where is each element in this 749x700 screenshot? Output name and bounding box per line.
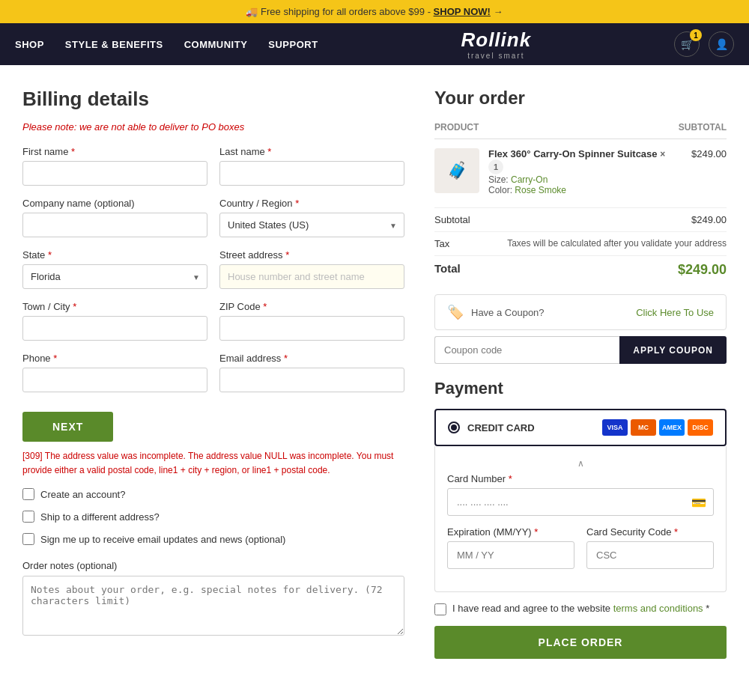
csc-input[interactable] xyxy=(586,541,714,569)
total-value: $249.00 xyxy=(678,262,727,278)
phone-label: Phone * xyxy=(22,353,207,364)
credit-card-label: CREDIT CARD xyxy=(467,422,535,433)
ship-different-label: Ship to a different address? xyxy=(40,511,160,523)
zip-group: ZIP Code * 00000 xyxy=(219,301,404,341)
state-street-row: State * Florida Street address * xyxy=(22,249,404,289)
place-order-button[interactable]: PLACE ORDER xyxy=(434,626,727,659)
zip-label: ZIP Code * xyxy=(219,301,404,312)
expiration-input[interactable] xyxy=(447,541,574,569)
town-input[interactable] xyxy=(22,316,207,341)
mastercard-icon: MC xyxy=(631,419,656,436)
create-account-checkbox[interactable] xyxy=(22,488,34,500)
town-label: Town / City * xyxy=(22,301,207,312)
state-label: State * xyxy=(22,249,207,261)
order-table-header: PRODUCT SUBTOTAL xyxy=(434,122,727,139)
company-country-row: Company name (optional) Country / Region… xyxy=(22,198,404,237)
order-notes-textarea[interactable] xyxy=(22,576,404,636)
terms-checkbox[interactable] xyxy=(434,603,446,615)
apply-coupon-button[interactable]: APPLY COUPON xyxy=(619,336,727,364)
coupon-input[interactable] xyxy=(434,336,619,364)
signup-email-checkbox[interactable] xyxy=(22,533,34,545)
ship-different-row: Ship to a different address? xyxy=(22,511,404,523)
phone-input[interactable]: +1(234)5678901 xyxy=(22,368,207,392)
visa-icon: VISA xyxy=(602,419,628,436)
coupon-box: 🏷️ Have a Coupon? Click Here To Use xyxy=(434,294,727,330)
card-number-input[interactable] xyxy=(447,488,714,516)
nav-community[interactable]: COMMUNITY xyxy=(184,39,248,50)
nav-shop[interactable]: SHOP xyxy=(15,39,44,50)
first-name-input[interactable] xyxy=(22,161,207,186)
nav-support[interactable]: SUPPORT xyxy=(268,39,318,50)
banner-arrow: → xyxy=(494,6,503,17)
terms-link[interactable]: terms and conditions xyxy=(613,603,703,614)
email-input[interactable] xyxy=(219,368,404,392)
card-extra-row: Expiration (MM/YY) * Card Security Code … xyxy=(447,526,714,579)
coupon-label: Have a Coupon? xyxy=(471,307,545,318)
order-section: Your order PRODUCT SUBTOTAL 🧳 Flex 360° … xyxy=(434,88,727,659)
total-row: Total $249.00 xyxy=(434,255,727,284)
subtotal-value: $249.00 xyxy=(691,214,727,225)
csc-label: Card Security Code * xyxy=(586,526,714,538)
street-input-wrapper xyxy=(219,264,404,289)
order-item: 🧳 Flex 360° Carry-On Spinner Suitcase × … xyxy=(434,148,727,195)
signup-email-row: Sign me up to receive email updates and … xyxy=(22,533,404,545)
zip-input[interactable]: 00000 xyxy=(219,316,404,341)
order-item-details: Flex 360° Carry-On Spinner Suitcase × 1 … xyxy=(488,148,682,195)
nav-actions: 🛒 1 👤 xyxy=(674,31,734,57)
shop-now-link[interactable]: SHOP NOW! xyxy=(434,6,491,17)
collapse-arrow: ∧ xyxy=(447,458,714,469)
credit-card-radio[interactable] xyxy=(448,421,460,433)
expiration-label: Expiration (MM/YY) * xyxy=(447,526,574,538)
name-row: First name * Last name * xyxy=(22,146,404,186)
first-name-label: First name * xyxy=(22,146,207,157)
order-item-image: 🧳 xyxy=(434,148,479,193)
company-input[interactable] xyxy=(22,213,207,237)
card-form: ∧ Card Number * 💳 Expiration (MM/YY) * C… xyxy=(434,446,727,592)
nav-logo-area: Rollink travel smart xyxy=(318,28,674,60)
create-account-label: Create an account? xyxy=(40,489,125,500)
nav-links: SHOP STYLE & BENEFITS COMMUNITY SUPPORT xyxy=(15,39,318,50)
state-select[interactable]: Florida xyxy=(22,264,207,289)
col-subtotal: SUBTOTAL xyxy=(679,122,727,133)
card-number-group: Card Number * 💳 xyxy=(447,473,714,516)
next-button[interactable]: NEXT xyxy=(22,412,113,442)
last-name-label: Last name * xyxy=(219,146,404,157)
card-input-icon: 💳 xyxy=(691,495,706,509)
tax-note: Taxes will be calculated after you valid… xyxy=(507,238,727,249)
last-name-group: Last name * xyxy=(219,146,404,186)
ship-different-checkbox[interactable] xyxy=(22,511,34,523)
payment-method[interactable]: CREDIT CARD VISA MC AMEX DISC xyxy=(434,409,727,446)
error-message: [309] The address value was incomplete. … xyxy=(22,449,404,478)
order-title: Your order xyxy=(434,88,727,109)
nav-style[interactable]: STYLE & BENEFITS xyxy=(65,39,163,50)
cart-button[interactable]: 🛒 1 xyxy=(674,31,700,57)
logo: Rollink xyxy=(461,28,531,51)
billing-section: Billing details Please note: we are not … xyxy=(22,88,404,659)
last-name-input[interactable] xyxy=(219,161,404,186)
company-group: Company name (optional) xyxy=(22,198,207,237)
total-label: Total xyxy=(434,262,461,275)
phone-group: Phone * +1(234)5678901 xyxy=(22,353,207,392)
phone-email-row: Phone * +1(234)5678901 Email address * xyxy=(22,353,404,392)
account-button[interactable]: 👤 xyxy=(709,31,734,57)
subtotal-row: Subtotal $249.00 xyxy=(434,207,727,231)
card-number-input-wrapper: 💳 xyxy=(447,488,714,516)
cart-badge: 1 xyxy=(690,29,702,41)
expiration-group: Expiration (MM/YY) * xyxy=(447,526,574,569)
street-group: Street address * xyxy=(219,249,404,289)
first-name-group: First name * xyxy=(22,146,207,186)
street-input[interactable] xyxy=(219,264,404,289)
csc-group: Card Security Code * xyxy=(586,526,714,569)
coupon-link[interactable]: Click Here To Use xyxy=(636,307,714,318)
order-item-size: Size: Carry-On xyxy=(488,174,682,185)
country-select[interactable]: United States (US) xyxy=(219,213,404,237)
email-label: Email address * xyxy=(219,353,404,364)
col-product: PRODUCT xyxy=(434,122,479,133)
order-notes-label: Order notes (optional) xyxy=(22,560,404,571)
billing-title: Billing details xyxy=(22,88,404,111)
country-label: Country / Region * xyxy=(219,198,404,209)
email-group: Email address * xyxy=(219,353,404,392)
terms-text: I have read and agree to the website ter… xyxy=(452,603,709,614)
subtotal-label: Subtotal xyxy=(434,214,470,225)
coupon-icon: 🏷️ xyxy=(447,304,464,320)
